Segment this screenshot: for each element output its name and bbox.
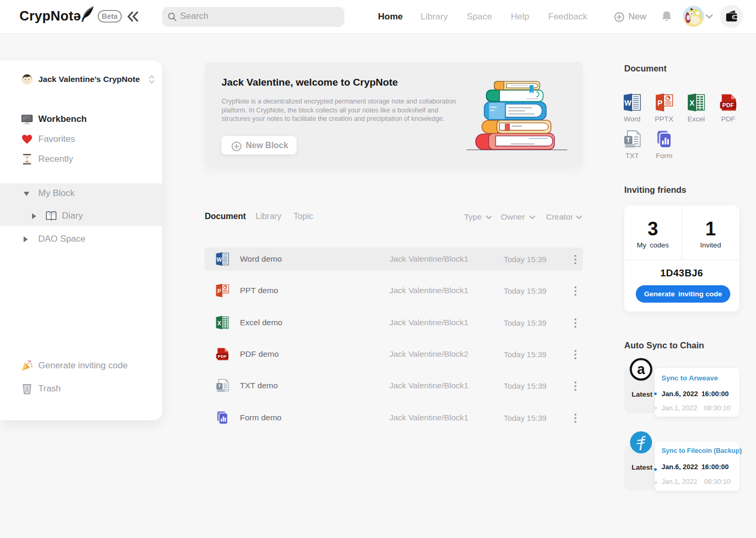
svg-text:PDF: PDF	[218, 354, 227, 359]
svg-text:P: P	[217, 288, 221, 294]
svg-text:W: W	[624, 99, 632, 107]
svg-text:W: W	[217, 256, 222, 263]
svg-text:T: T	[218, 384, 221, 389]
svg-text:T: T	[626, 137, 631, 144]
svg-text:PDF: PDF	[722, 102, 734, 108]
svg-text:P: P	[657, 99, 662, 107]
svg-text:X: X	[217, 319, 221, 326]
svg-text:a: a	[637, 361, 645, 377]
svg-text:X: X	[689, 99, 695, 107]
